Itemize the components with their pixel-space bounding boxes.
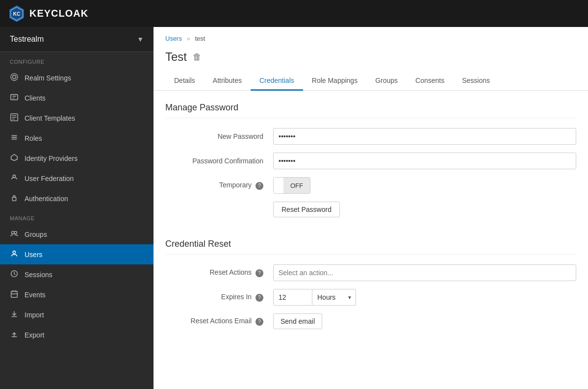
expires-unit-select[interactable]: Minutes Hours Days xyxy=(312,289,356,306)
reset-actions-email-group: Reset Actions Email ? Send email xyxy=(165,313,576,329)
sidebar-item-label-import: Import xyxy=(25,311,44,319)
svg-rect-8 xyxy=(12,197,16,201)
manage-section-label: Manage xyxy=(0,208,153,224)
new-password-input[interactable] xyxy=(273,128,576,145)
sidebar-item-groups[interactable]: Groups xyxy=(0,224,153,244)
sidebar-item-label-sessions: Sessions xyxy=(25,271,52,279)
sidebar-item-client-templates[interactable]: Client Templates xyxy=(0,108,153,128)
credential-reset-title: Credential Reset xyxy=(165,239,576,255)
reset-actions-email-help-icon[interactable]: ? xyxy=(256,318,263,326)
temporary-help-icon[interactable]: ? xyxy=(256,182,263,190)
sidebar-item-events[interactable]: Events xyxy=(0,285,153,305)
sidebar-item-authentication[interactable]: Authentication xyxy=(0,188,153,208)
groups-icon xyxy=(10,229,19,239)
roles-icon xyxy=(10,133,19,143)
sidebar-item-label-realm-settings: Realm Settings xyxy=(25,74,71,82)
reset-actions-help-icon[interactable]: ? xyxy=(256,269,263,277)
password-confirmation-group: Password Confirmation xyxy=(165,153,576,169)
sidebar-item-clients[interactable]: Clients xyxy=(0,88,153,108)
breadcrumb-current: test xyxy=(195,35,205,42)
export-icon xyxy=(10,330,19,340)
sidebar-item-label-export: Export xyxy=(25,331,44,339)
sidebar-item-label-user-federation: User Federation xyxy=(25,175,74,182)
toggle-off-state[interactable]: OFF xyxy=(283,178,310,193)
sessions-icon xyxy=(10,269,19,280)
sidebar-item-import[interactable]: Import xyxy=(0,305,153,325)
password-confirmation-label: Password Confirmation xyxy=(165,157,273,165)
manage-password-section: Manage Password New Password Password Co… xyxy=(153,103,588,239)
page-header: Test 🗑 xyxy=(153,46,588,72)
sidebar-item-realm-settings[interactable]: Realm Settings xyxy=(0,68,153,88)
identity-providers-icon xyxy=(10,153,19,163)
realm-settings-icon xyxy=(10,73,19,83)
password-confirmation-input[interactable] xyxy=(273,153,576,169)
events-icon xyxy=(10,289,19,300)
breadcrumb-separator: » xyxy=(187,35,190,42)
reset-actions-input[interactable] xyxy=(273,264,576,281)
brand: KC KEYCLOAK xyxy=(8,5,88,23)
realm-name: Testrealm xyxy=(10,35,44,44)
tab-credentials[interactable]: Credentials xyxy=(251,72,303,91)
breadcrumb-users-link[interactable]: Users xyxy=(165,35,182,42)
sidebar-item-export[interactable]: Export xyxy=(0,325,153,345)
reset-password-button[interactable]: Reset Password xyxy=(273,202,340,217)
import-icon xyxy=(10,310,19,320)
send-email-button[interactable]: Send email xyxy=(273,313,322,329)
sidebar-item-identity-providers[interactable]: Identity Providers xyxy=(0,148,153,168)
clients-icon xyxy=(10,93,19,103)
sidebar-item-label-identity-providers: Identity Providers xyxy=(25,155,77,162)
sidebar-item-label-roles: Roles xyxy=(25,134,42,142)
breadcrumb: Users » test xyxy=(153,27,588,46)
tab-sessions[interactable]: Sessions xyxy=(453,72,499,91)
authentication-icon xyxy=(10,193,19,204)
realm-selector[interactable]: Testrealm ▼ xyxy=(0,27,153,52)
sidebar-item-label-users: Users xyxy=(25,251,43,259)
new-password-label: New Password xyxy=(165,132,273,140)
sidebar-item-sessions[interactable]: Sessions xyxy=(0,264,153,285)
expires-in-group: Expires In ? Minutes Hours Days xyxy=(165,289,576,306)
delete-user-icon[interactable]: 🗑 xyxy=(193,52,202,62)
sidebar-item-user-federation[interactable]: User Federation xyxy=(0,168,153,188)
svg-point-10 xyxy=(14,232,17,234)
brand-text: KEYCLOAK xyxy=(29,8,88,19)
svg-text:KC: KC xyxy=(13,11,20,17)
toggle-switch[interactable]: OFF xyxy=(273,177,310,194)
tab-role-mappings[interactable]: Role Mappings xyxy=(303,72,366,91)
new-password-group: New Password xyxy=(165,128,576,145)
temporary-label: Temporary ? xyxy=(165,181,273,190)
credential-reset-section: Credential Reset Reset Actions ? Expires… xyxy=(153,239,588,349)
svg-point-4 xyxy=(11,74,18,80)
expires-in-help-icon[interactable]: ? xyxy=(256,294,263,302)
sidebar-item-label-groups: Groups xyxy=(25,231,47,238)
user-federation-icon xyxy=(10,173,19,183)
sidebar-item-users[interactable]: Users xyxy=(0,244,153,264)
toggle-on-state[interactable] xyxy=(274,178,283,193)
tab-attributes[interactable]: Attributes xyxy=(204,72,251,91)
tab-consents[interactable]: Consents xyxy=(407,72,453,91)
svg-point-3 xyxy=(12,75,16,78)
svg-point-11 xyxy=(13,251,15,254)
sidebar-item-label-events: Events xyxy=(25,291,46,299)
expires-in-number-input[interactable] xyxy=(273,289,312,306)
keycloak-logo-icon: KC xyxy=(8,5,26,23)
tab-groups[interactable]: Groups xyxy=(366,72,407,91)
page-title: Test xyxy=(165,50,187,64)
sidebar-item-label-client-templates: Client Templates xyxy=(25,114,75,122)
client-templates-icon xyxy=(10,113,19,123)
content-area: Users » test Test 🗑 Details Attributes C… xyxy=(153,27,588,389)
reset-actions-label: Reset Actions ? xyxy=(165,268,273,277)
svg-rect-13 xyxy=(11,291,18,298)
tabs-bar: Details Attributes Credentials Role Mapp… xyxy=(153,72,588,91)
expires-unit-wrapper: Minutes Hours Days xyxy=(312,289,356,306)
temporary-toggle[interactable]: OFF xyxy=(273,177,310,194)
sidebar-item-roles[interactable]: Roles xyxy=(0,128,153,148)
sidebar: Testrealm ▼ Configure Realm Settings Cli… xyxy=(0,27,153,389)
svg-rect-5 xyxy=(11,95,18,100)
expires-in-inputs: Minutes Hours Days xyxy=(273,289,356,306)
tab-details[interactable]: Details xyxy=(165,72,204,91)
chevron-down-icon: ▼ xyxy=(137,35,144,43)
manage-password-title: Manage Password xyxy=(165,103,576,118)
reset-actions-email-label: Reset Actions Email ? xyxy=(165,317,273,326)
temporary-group: Temporary ? OFF xyxy=(165,177,576,194)
configure-section-label: Configure xyxy=(0,52,153,68)
